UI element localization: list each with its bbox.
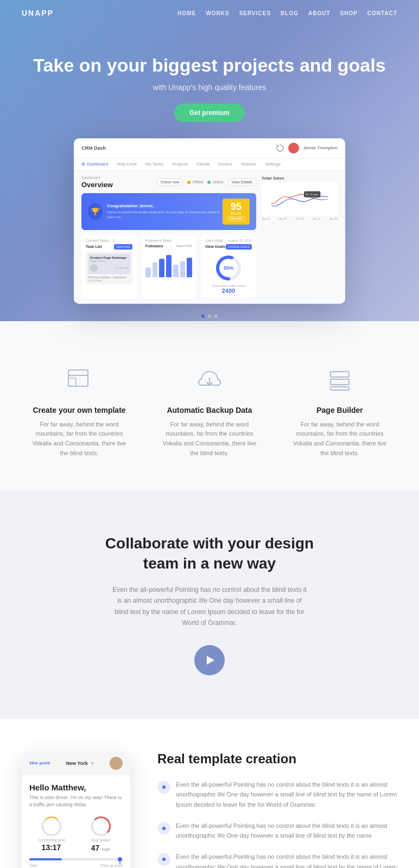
dot-3[interactable]	[214, 315, 218, 318]
dashboard-mockup: CRM Dash Jennie Thompson ⊞ Dashboard Hel…	[74, 138, 345, 304]
feature-list-text-2: Even the all-powerful Pointing has no co…	[176, 821, 397, 841]
dash-offline-status: Offline	[187, 180, 203, 184]
dash-user-avatar	[288, 143, 299, 154]
feature-backup-title: Automatic Backup Data	[167, 406, 252, 414]
dash-nav-clients[interactable]: Clients	[196, 162, 210, 167]
real-template-content: Real template creation Even the all-powe…	[157, 751, 397, 868]
play-button[interactable]	[194, 645, 225, 675]
nav-services[interactable]: SERVICES	[239, 10, 271, 16]
dash-nav-settings[interactable]: Settings	[265, 162, 281, 167]
phone-body: Hello Matthew, This is your driver. I'm …	[22, 775, 130, 868]
nav-shop[interactable]: SHOP	[340, 10, 358, 16]
online-dot	[207, 181, 211, 184]
new-task-button[interactable]: NEW TASK	[114, 244, 132, 250]
sales-line-chart: 80 - 75 sales	[265, 186, 334, 212]
dash-congrat-left: 🏆 Congratulation Jennie, You've complete…	[88, 203, 223, 220]
hero-section: Take on your biggest projects and goals …	[0, 0, 419, 321]
collaborate-desc: Even the all-powerful Pointing has no co…	[112, 584, 307, 629]
features-grid: Create your own template For far away, b…	[22, 365, 397, 458]
navbar-logo: UNAPP	[22, 9, 54, 17]
dash-nav-projects[interactable]: Projects	[172, 162, 188, 167]
phone-app-logo: 2the point	[29, 761, 50, 765]
dash-nav-reports[interactable]: Reports	[241, 162, 256, 167]
svg-point-11	[118, 857, 122, 861]
nav-about[interactable]: ABOUT	[308, 10, 331, 16]
visits-donut: 55%	[205, 252, 252, 284]
followers-header: Followers August 2021	[145, 244, 192, 248]
get-premium-button[interactable]: Get premium	[174, 104, 245, 122]
nav-blog[interactable]: BLOG	[281, 10, 299, 16]
dash-sales-chart: 80 - 75 sales	[262, 183, 338, 215]
feature-builder-title: Page Builder	[316, 406, 363, 414]
phone-header: 2the point New York ▾	[22, 751, 130, 775]
task-product-redesign: Product Page Redesign Page Status 01 Nov…	[86, 252, 132, 284]
feature-template-title: Create your own template	[33, 406, 125, 414]
feature-list-text-3: Even the all-powerful Pointing has no co…	[176, 852, 397, 868]
view-details-button[interactable]: View Details	[228, 178, 256, 186]
stat-avg-speed: Avg Speed 47 mph	[79, 816, 123, 853]
dash-page-title: Overview	[81, 181, 113, 189]
stat-connecting-time: Connecting time 13:17	[29, 816, 73, 853]
connecting-time-value: 13:17	[42, 843, 61, 852]
phone-greeting: Hello Matthew,	[29, 783, 123, 792]
feature-list-item-3: Even the all-powerful Pointing has no co…	[157, 852, 397, 868]
nav-home[interactable]: HOME	[177, 10, 196, 16]
feature-list-icon-1	[157, 781, 170, 794]
progress-fill	[29, 858, 62, 860]
phone-mockup: 2the point New York ▾ Hello Matthew, Thi…	[22, 751, 130, 868]
avg-speed-circle	[91, 816, 111, 836]
task-date: 01 Nov 20	[116, 266, 128, 270]
check-now-button[interactable]: Check now	[157, 178, 183, 186]
dash-breadcrumb: Dashboard	[81, 176, 113, 180]
feature-list-icon-3	[157, 853, 170, 866]
progress-start-label: Start	[29, 864, 37, 867]
connecting-time-circle	[42, 816, 61, 836]
dash-nav-dashboard[interactable]: ⊞ Dashboard	[81, 162, 108, 167]
connecting-time-label: Connecting time	[37, 838, 65, 842]
feature-template: Create your own template For far away, b…	[30, 365, 128, 458]
dash-nav-helpdesk[interactable]: Help Desk	[117, 162, 137, 167]
dash-tasks-card: Current Tasks - 2 Task List NEW TASK Pro…	[81, 234, 137, 298]
svg-rect-9	[331, 379, 349, 385]
bar-5	[173, 265, 179, 277]
features-section: Create your own template For far away, b…	[0, 321, 419, 490]
nav-contact[interactable]: CONTACT	[367, 10, 397, 16]
pin-icon	[117, 857, 123, 866]
dash-task-list-header: Task List NEW TASK	[86, 244, 132, 250]
hero-subtitle: with Unapp's high quality features	[153, 83, 266, 92]
current-tasks-label: Current Tasks - 2	[86, 239, 132, 242]
trophy-icon: 🏆	[88, 203, 103, 220]
speed-unit: mph	[102, 847, 111, 852]
collaborate-title: Collaborate with your designteam in a ne…	[22, 534, 397, 573]
nav-works[interactable]: WORKS	[206, 10, 229, 16]
dot-1[interactable]	[201, 315, 205, 318]
dash-titlebar-right: Jennie Thompson	[276, 143, 338, 154]
dash-nav-invoice[interactable]: Invoice	[219, 162, 232, 167]
feature-list-text-1: Even the all-powerful Pointing has no co…	[176, 780, 397, 810]
dash-header-actions: Check now Offline Online View Details	[157, 178, 256, 186]
bar-6	[180, 261, 186, 277]
followers-month: August 2021	[176, 244, 192, 247]
dash-nav-mytasks[interactable]: My Tasks	[145, 162, 163, 167]
dash-nav: ⊞ Dashboard Help Desk My Tasks Projects …	[74, 158, 345, 170]
dash-right-panel: Total Sales 80 - 75 sales Jan 15 Jan 18 …	[262, 176, 338, 298]
chart-labels: Jan 15 Jan 18 Jan 20 Jan 21 Jan 30	[262, 217, 338, 220]
donut-percentage: 55%	[224, 265, 233, 271]
dash-online-status: Online	[207, 180, 223, 184]
feature-builder: Page Builder For far away, behind the wo…	[291, 365, 389, 458]
feature-builder-desc: For far away, behind the word mountains,…	[291, 420, 389, 458]
feature-list-icon-2	[157, 822, 170, 835]
svg-rect-5	[68, 370, 88, 375]
dash-visits-card: User Visits August 12, 2021 View Goals C…	[201, 234, 256, 298]
svg-rect-6	[68, 378, 76, 386]
explore-button[interactable]: EXPLORE	[227, 216, 245, 221]
dash-left-panel: Dashboard Overview Check now Offline Onl…	[81, 176, 256, 298]
dash-bottom-row: Current Tasks - 2 Task List NEW TASK Pro…	[81, 234, 256, 298]
dot-2[interactable]	[208, 315, 211, 318]
real-template-section: 2the point New York ▾ Hello Matthew, Thi…	[0, 719, 419, 868]
avg-speed-label: Avg Speed	[91, 838, 110, 842]
visits-date: August 12, 2021	[228, 239, 252, 242]
change-goals-button[interactable]: CHANGE GOALS	[226, 244, 252, 250]
offline-dot	[187, 181, 191, 184]
phone-location: New York	[66, 761, 88, 766]
